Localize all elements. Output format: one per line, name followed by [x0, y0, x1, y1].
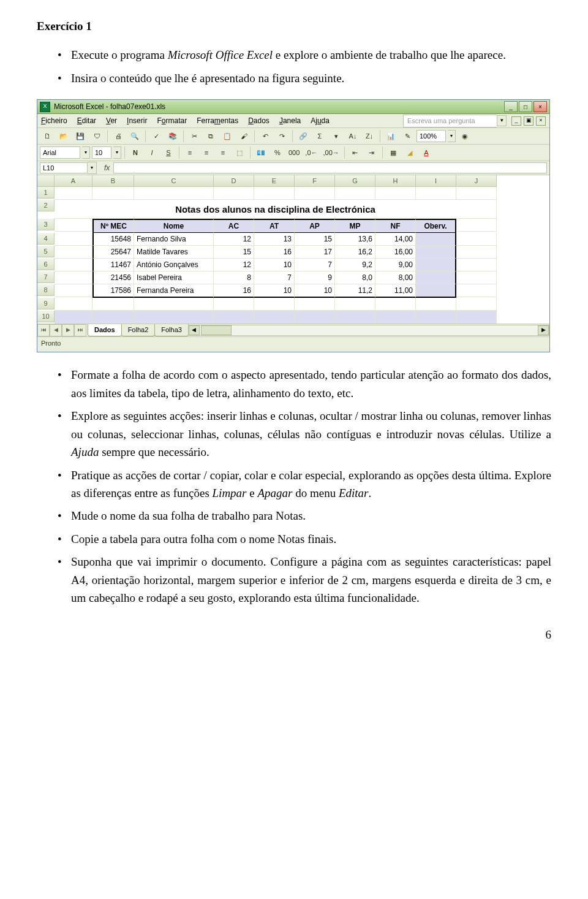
- cell[interactable]: 15: [295, 233, 335, 246]
- permission-icon[interactable]: 🛡: [89, 129, 104, 143]
- autosum-dd-icon[interactable]: ▾: [329, 129, 344, 143]
- chart-wizard-icon[interactable]: 📊: [383, 129, 398, 143]
- cell[interactable]: 8: [214, 271, 254, 284]
- cell[interactable]: [55, 259, 92, 271]
- font-color-icon[interactable]: A: [419, 146, 434, 159]
- table-header[interactable]: Oberv.: [416, 219, 456, 233]
- tab-nav-first-icon[interactable]: ⏮: [37, 324, 50, 336]
- spreadsheet-grid[interactable]: A B C D E F G H I J 1 2 Notas dos alunos…: [37, 175, 549, 324]
- sort-desc-icon[interactable]: Z↓: [362, 129, 377, 143]
- doc-minimize-button[interactable]: _: [511, 116, 521, 126]
- cell[interactable]: 16: [214, 284, 254, 298]
- drawing-icon[interactable]: ✎: [400, 129, 415, 143]
- redo-icon[interactable]: ↷: [274, 129, 289, 143]
- scroll-left-icon[interactable]: ◀: [189, 325, 200, 335]
- col-header[interactable]: H: [375, 175, 416, 187]
- cell[interactable]: 17586: [92, 284, 134, 298]
- tab-nav-prev-icon[interactable]: ◀: [50, 324, 62, 336]
- decrease-indent-icon[interactable]: ⇤: [348, 146, 363, 159]
- menu-inserir[interactable]: Inserir: [127, 115, 147, 127]
- autosum-icon[interactable]: Σ: [312, 129, 327, 143]
- sort-asc-icon[interactable]: A↓: [345, 129, 360, 143]
- cell[interactable]: [214, 311, 254, 324]
- row-header[interactable]: 1: [37, 187, 55, 199]
- cell[interactable]: [335, 298, 375, 311]
- cell[interactable]: 8,0: [335, 271, 375, 284]
- cell[interactable]: [295, 298, 335, 311]
- format-painter-icon[interactable]: 🖌: [236, 129, 251, 143]
- cell[interactable]: 9: [295, 271, 335, 284]
- sheet-tab[interactable]: Dados: [88, 324, 122, 336]
- sheet-tab[interactable]: Folha3: [154, 324, 189, 336]
- row-header[interactable]: 6: [37, 259, 55, 270]
- decrease-decimal-icon[interactable]: ,00→: [322, 146, 341, 159]
- cell[interactable]: 15: [214, 246, 254, 259]
- cell[interactable]: 10: [295, 284, 335, 298]
- paste-icon[interactable]: 📋: [220, 129, 235, 143]
- cell[interactable]: 12: [214, 233, 254, 246]
- cell[interactable]: 10: [254, 259, 295, 271]
- cell[interactable]: [456, 219, 497, 232]
- cell[interactable]: [416, 271, 456, 284]
- cell[interactable]: [416, 187, 456, 200]
- cell[interactable]: [55, 284, 92, 297]
- cell[interactable]: 11,2: [335, 284, 375, 298]
- maximize-button[interactable]: □: [519, 101, 532, 112]
- menu-formatar[interactable]: Formatar: [157, 115, 187, 127]
- cell[interactable]: 16,00: [375, 246, 416, 259]
- cell[interactable]: 17: [295, 246, 335, 259]
- table-header[interactable]: AT: [254, 219, 295, 233]
- cell[interactable]: [416, 284, 456, 298]
- font-size-dropdown[interactable]: ▾: [113, 146, 121, 159]
- col-header[interactable]: G: [335, 175, 375, 187]
- new-icon[interactable]: 🗋: [40, 129, 55, 143]
- cell[interactable]: [55, 271, 92, 284]
- cell[interactable]: 12: [214, 259, 254, 271]
- cell[interactable]: [134, 311, 214, 324]
- menu-editar[interactable]: Editar: [77, 115, 96, 127]
- select-all-corner[interactable]: [37, 175, 55, 187]
- cell[interactable]: [416, 246, 456, 259]
- cell[interactable]: 9,2: [335, 259, 375, 271]
- menu-ver[interactable]: Ver: [106, 115, 117, 127]
- cell[interactable]: 13,6: [335, 233, 375, 246]
- zoom-dropdown[interactable]: ▾: [448, 130, 456, 142]
- help-icon[interactable]: ◉: [458, 129, 472, 143]
- row-header[interactable]: 8: [37, 284, 55, 296]
- sheet-tab[interactable]: Folha2: [121, 324, 156, 336]
- cell[interactable]: 11467: [92, 259, 134, 271]
- increase-indent-icon[interactable]: ⇥: [364, 146, 379, 159]
- cell[interactable]: António Gonçalves: [134, 259, 214, 271]
- cell[interactable]: [416, 233, 456, 246]
- cell[interactable]: 21456: [92, 271, 134, 284]
- cell[interactable]: 14,00: [375, 233, 416, 246]
- menu-janela[interactable]: Janela: [279, 115, 301, 127]
- comma-icon[interactable]: 000: [287, 146, 301, 159]
- col-header[interactable]: F: [295, 175, 335, 187]
- col-header[interactable]: I: [416, 175, 456, 187]
- doc-restore-button[interactable]: ▣: [524, 116, 533, 126]
- cell[interactable]: [254, 187, 295, 200]
- col-header[interactable]: A: [55, 175, 92, 187]
- cell[interactable]: Matilde Tavares: [134, 246, 214, 259]
- zoom-box[interactable]: 100%: [417, 130, 446, 142]
- doc-close-button[interactable]: ×: [536, 116, 546, 126]
- save-icon[interactable]: 💾: [73, 129, 88, 143]
- cell[interactable]: 16,2: [335, 246, 375, 259]
- cell[interactable]: 10: [254, 284, 295, 298]
- undo-icon[interactable]: ↶: [258, 129, 273, 143]
- cell[interactable]: [295, 311, 335, 324]
- scroll-right-icon[interactable]: ▶: [538, 325, 549, 335]
- menu-ferramentas[interactable]: Ferramentas: [197, 115, 238, 127]
- menu-dados[interactable]: Dados: [248, 115, 270, 127]
- ask-dropdown[interactable]: ▾: [497, 115, 507, 126]
- borders-icon[interactable]: ▦: [386, 146, 401, 159]
- cell[interactable]: [456, 284, 497, 297]
- sheet-title[interactable]: Notas dos alunos na disciplina de Electr…: [55, 200, 497, 219]
- font-name-dropdown[interactable]: ▾: [82, 146, 90, 159]
- row-header[interactable]: 10: [37, 311, 55, 322]
- col-header[interactable]: J: [456, 175, 497, 187]
- cell[interactable]: [214, 187, 254, 200]
- currency-icon[interactable]: 💶: [254, 146, 268, 159]
- cell[interactable]: Isabel Pereira: [134, 271, 214, 284]
